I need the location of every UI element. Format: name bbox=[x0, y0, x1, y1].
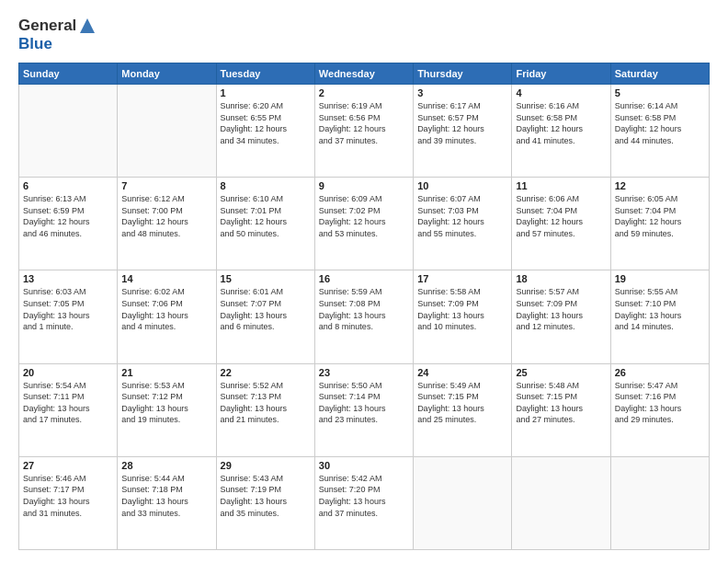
day-number: 14 bbox=[121, 273, 211, 284]
calendar-cell bbox=[512, 456, 610, 549]
day-info: Sunrise: 5:50 AM Sunset: 7:14 PM Dayligh… bbox=[319, 380, 409, 426]
day-number: 17 bbox=[417, 273, 507, 284]
weekday-header-friday: Friday bbox=[512, 63, 610, 85]
day-info: Sunrise: 5:43 AM Sunset: 7:19 PM Dayligh… bbox=[221, 473, 311, 519]
day-info: Sunrise: 6:03 AM Sunset: 7:05 PM Dayligh… bbox=[23, 286, 113, 332]
calendar-cell: 4Sunrise: 6:16 AM Sunset: 6:58 PM Daylig… bbox=[512, 85, 610, 178]
logo: General Blue bbox=[18, 17, 97, 53]
calendar-cell: 23Sunrise: 5:50 AM Sunset: 7:14 PM Dayli… bbox=[314, 363, 413, 456]
calendar-cell: 30Sunrise: 5:42 AM Sunset: 7:20 PM Dayli… bbox=[314, 456, 413, 549]
day-info: Sunrise: 5:54 AM Sunset: 7:11 PM Dayligh… bbox=[23, 380, 113, 426]
calendar-cell: 14Sunrise: 6:02 AM Sunset: 7:06 PM Dayli… bbox=[118, 270, 216, 363]
calendar-cell: 18Sunrise: 5:57 AM Sunset: 7:09 PM Dayli… bbox=[512, 270, 610, 363]
calendar-cell: 28Sunrise: 5:44 AM Sunset: 7:18 PM Dayli… bbox=[118, 456, 216, 549]
logo-blue: Blue bbox=[18, 35, 52, 52]
day-number: 30 bbox=[319, 460, 409, 471]
day-number: 3 bbox=[417, 87, 507, 98]
day-info: Sunrise: 6:07 AM Sunset: 7:03 PM Dayligh… bbox=[417, 193, 507, 239]
calendar-cell bbox=[610, 456, 709, 549]
day-info: Sunrise: 5:55 AM Sunset: 7:10 PM Dayligh… bbox=[615, 286, 705, 332]
calendar-cell: 6Sunrise: 6:13 AM Sunset: 6:59 PM Daylig… bbox=[19, 178, 118, 270]
calendar-cell bbox=[414, 456, 512, 549]
calendar-page: General Blue SundayMondayTuesdayWednesda… bbox=[0, 0, 728, 563]
calendar-cell: 27Sunrise: 5:46 AM Sunset: 7:17 PM Dayli… bbox=[19, 456, 118, 549]
weekday-header-row: SundayMondayTuesdayWednesdayThursdayFrid… bbox=[19, 63, 710, 85]
day-info: Sunrise: 6:01 AM Sunset: 7:07 PM Dayligh… bbox=[221, 286, 311, 332]
day-number: 25 bbox=[516, 367, 606, 378]
day-info: Sunrise: 6:16 AM Sunset: 6:58 PM Dayligh… bbox=[516, 100, 606, 146]
calendar-cell: 5Sunrise: 6:14 AM Sunset: 6:58 PM Daylig… bbox=[610, 85, 709, 178]
day-number: 21 bbox=[121, 367, 211, 378]
day-info: Sunrise: 6:09 AM Sunset: 7:02 PM Dayligh… bbox=[319, 193, 409, 239]
day-info: Sunrise: 5:49 AM Sunset: 7:15 PM Dayligh… bbox=[417, 380, 507, 426]
day-number: 24 bbox=[417, 367, 507, 378]
day-number: 22 bbox=[221, 367, 311, 378]
day-number: 7 bbox=[121, 180, 211, 191]
day-number: 23 bbox=[319, 367, 409, 378]
week-row-3: 13Sunrise: 6:03 AM Sunset: 7:05 PM Dayli… bbox=[19, 270, 710, 363]
day-info: Sunrise: 5:44 AM Sunset: 7:18 PM Dayligh… bbox=[121, 473, 211, 519]
day-number: 12 bbox=[615, 180, 705, 191]
calendar-cell: 25Sunrise: 5:48 AM Sunset: 7:15 PM Dayli… bbox=[512, 363, 610, 456]
calendar-cell: 13Sunrise: 6:03 AM Sunset: 7:05 PM Dayli… bbox=[19, 270, 118, 363]
calendar-cell: 17Sunrise: 5:58 AM Sunset: 7:09 PM Dayli… bbox=[414, 270, 512, 363]
calendar-cell bbox=[118, 85, 216, 178]
day-number: 5 bbox=[615, 87, 705, 98]
day-info: Sunrise: 5:58 AM Sunset: 7:09 PM Dayligh… bbox=[417, 286, 507, 332]
calendar-cell: 26Sunrise: 5:47 AM Sunset: 7:16 PM Dayli… bbox=[610, 363, 709, 456]
logo-general: General bbox=[18, 17, 76, 35]
day-info: Sunrise: 5:52 AM Sunset: 7:13 PM Dayligh… bbox=[221, 380, 311, 426]
day-number: 18 bbox=[516, 273, 606, 284]
day-number: 13 bbox=[23, 273, 113, 284]
day-info: Sunrise: 6:10 AM Sunset: 7:01 PM Dayligh… bbox=[221, 193, 311, 239]
day-info: Sunrise: 5:53 AM Sunset: 7:12 PM Dayligh… bbox=[121, 380, 211, 426]
day-number: 26 bbox=[615, 367, 705, 378]
calendar-cell: 2Sunrise: 6:19 AM Sunset: 6:56 PM Daylig… bbox=[314, 85, 413, 178]
day-info: Sunrise: 6:02 AM Sunset: 7:06 PM Dayligh… bbox=[121, 286, 211, 332]
day-info: Sunrise: 5:59 AM Sunset: 7:08 PM Dayligh… bbox=[319, 286, 409, 332]
calendar-cell: 10Sunrise: 6:07 AM Sunset: 7:03 PM Dayli… bbox=[414, 178, 512, 270]
day-number: 9 bbox=[319, 180, 409, 191]
calendar-cell: 19Sunrise: 5:55 AM Sunset: 7:10 PM Dayli… bbox=[610, 270, 709, 363]
calendar-cell: 1Sunrise: 6:20 AM Sunset: 6:55 PM Daylig… bbox=[216, 85, 314, 178]
calendar-cell: 7Sunrise: 6:12 AM Sunset: 7:00 PM Daylig… bbox=[118, 178, 216, 270]
day-number: 11 bbox=[516, 180, 606, 191]
header: General Blue bbox=[18, 17, 710, 53]
day-number: 6 bbox=[23, 180, 113, 191]
day-info: Sunrise: 6:20 AM Sunset: 6:55 PM Dayligh… bbox=[221, 100, 311, 146]
day-number: 20 bbox=[23, 367, 113, 378]
calendar-cell: 22Sunrise: 5:52 AM Sunset: 7:13 PM Dayli… bbox=[216, 363, 314, 456]
calendar-cell: 29Sunrise: 5:43 AM Sunset: 7:19 PM Dayli… bbox=[216, 456, 314, 549]
week-row-2: 6Sunrise: 6:13 AM Sunset: 6:59 PM Daylig… bbox=[19, 178, 710, 270]
day-number: 27 bbox=[23, 460, 113, 471]
day-number: 29 bbox=[221, 460, 311, 471]
day-info: Sunrise: 5:48 AM Sunset: 7:15 PM Dayligh… bbox=[516, 380, 606, 426]
weekday-header-saturday: Saturday bbox=[610, 63, 709, 85]
day-number: 1 bbox=[221, 87, 311, 98]
day-number: 28 bbox=[121, 460, 211, 471]
weekday-header-monday: Monday bbox=[118, 63, 216, 85]
weekday-header-sunday: Sunday bbox=[19, 63, 118, 85]
day-info: Sunrise: 6:05 AM Sunset: 7:04 PM Dayligh… bbox=[615, 193, 705, 239]
calendar-cell: 16Sunrise: 5:59 AM Sunset: 7:08 PM Dayli… bbox=[314, 270, 413, 363]
calendar-cell bbox=[19, 85, 118, 178]
day-info: Sunrise: 6:19 AM Sunset: 6:56 PM Dayligh… bbox=[319, 100, 409, 146]
calendar-cell: 24Sunrise: 5:49 AM Sunset: 7:15 PM Dayli… bbox=[414, 363, 512, 456]
calendar-cell: 8Sunrise: 6:10 AM Sunset: 7:01 PM Daylig… bbox=[216, 178, 314, 270]
week-row-5: 27Sunrise: 5:46 AM Sunset: 7:17 PM Dayli… bbox=[19, 456, 710, 549]
calendar-cell: 9Sunrise: 6:09 AM Sunset: 7:02 PM Daylig… bbox=[314, 178, 413, 270]
day-number: 19 bbox=[615, 273, 705, 284]
day-number: 4 bbox=[516, 87, 606, 98]
day-info: Sunrise: 6:06 AM Sunset: 7:04 PM Dayligh… bbox=[516, 193, 606, 239]
day-number: 8 bbox=[221, 180, 311, 191]
day-info: Sunrise: 6:12 AM Sunset: 7:00 PM Dayligh… bbox=[121, 193, 211, 239]
day-number: 10 bbox=[417, 180, 507, 191]
calendar-table: SundayMondayTuesdayWednesdayThursdayFrid… bbox=[18, 63, 710, 550]
day-info: Sunrise: 6:14 AM Sunset: 6:58 PM Dayligh… bbox=[615, 100, 705, 146]
day-info: Sunrise: 6:13 AM Sunset: 6:59 PM Dayligh… bbox=[23, 193, 113, 239]
svg-marker-0 bbox=[80, 18, 95, 33]
week-row-1: 1Sunrise: 6:20 AM Sunset: 6:55 PM Daylig… bbox=[19, 85, 710, 178]
calendar-cell: 21Sunrise: 5:53 AM Sunset: 7:12 PM Dayli… bbox=[118, 363, 216, 456]
calendar-cell: 3Sunrise: 6:17 AM Sunset: 6:57 PM Daylig… bbox=[414, 85, 512, 178]
day-info: Sunrise: 5:42 AM Sunset: 7:20 PM Dayligh… bbox=[319, 473, 409, 519]
